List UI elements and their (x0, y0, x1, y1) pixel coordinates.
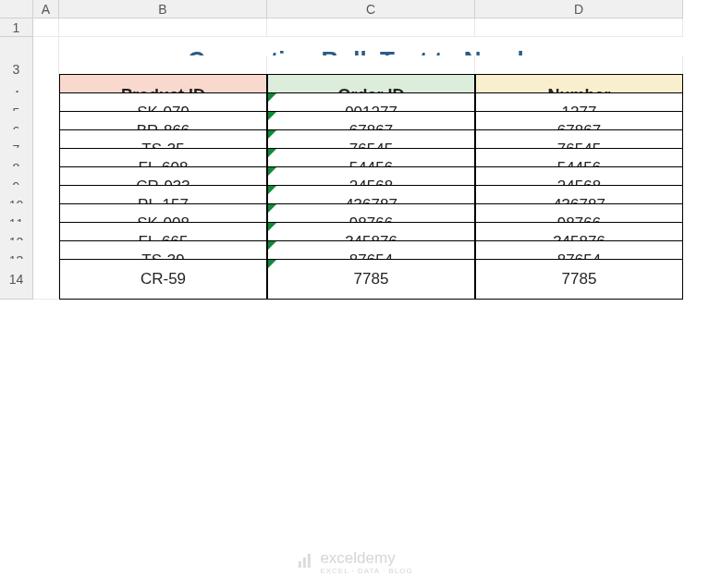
cell-product-id[interactable]: CR-59 (59, 259, 267, 300)
col-header-a[interactable]: A (33, 0, 59, 18)
watermark: exceldemy EXCEL · DATA · BLOG (296, 549, 412, 575)
cell[interactable] (267, 18, 475, 37)
cell-number[interactable]: 7785 (475, 259, 683, 300)
watermark-sub: EXCEL · DATA · BLOG (320, 568, 412, 575)
svg-rect-0 (298, 561, 300, 568)
svg-rect-2 (307, 554, 310, 568)
row-header[interactable]: 1 (0, 18, 33, 37)
select-all-corner[interactable] (0, 0, 33, 18)
cell[interactable] (33, 18, 59, 37)
cell[interactable] (33, 259, 59, 300)
row-header[interactable]: 14 (0, 259, 33, 300)
col-header-d[interactable]: D (475, 0, 683, 18)
col-header-c[interactable]: C (267, 0, 475, 18)
cell[interactable] (59, 18, 267, 37)
cell-order-id[interactable]: 7785 (267, 259, 475, 300)
chart-icon (296, 551, 314, 574)
col-header-b[interactable]: B (59, 0, 267, 18)
cell[interactable] (475, 18, 683, 37)
watermark-brand: exceldemy (320, 549, 395, 567)
spreadsheet-grid: A B C D 1 2 Converting Bulk Text to Numb… (0, 0, 709, 277)
svg-rect-1 (302, 557, 305, 568)
